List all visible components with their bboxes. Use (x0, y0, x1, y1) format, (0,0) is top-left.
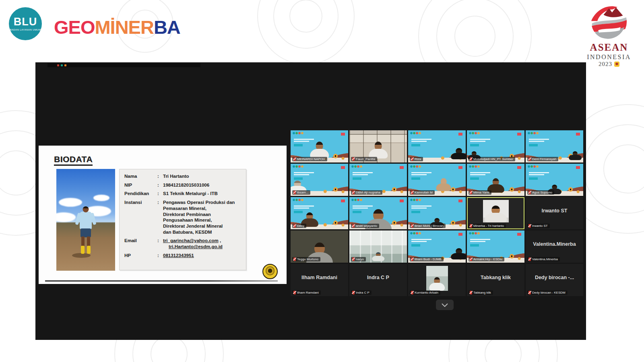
chevron-down-icon (442, 303, 448, 307)
participant-tile[interactable]: Brian Mohi | Birocan (408, 197, 466, 229)
participant-tile[interactable]: Agus Supomo (526, 164, 583, 196)
mic-muted-icon (352, 291, 355, 294)
participant-name-tag: Kamrullah M (410, 190, 435, 195)
participant-tile[interactable]: Musmuljadi HN_PT Sumber (467, 130, 524, 162)
participant-name-tag: Musmuljadi HN_PT Sumber (469, 157, 515, 161)
blu-logo: BLU BADAN LAYANAN UMUM (9, 7, 42, 40)
mic-muted-icon (528, 191, 531, 194)
mic-muted-icon (411, 257, 413, 261)
field-row-email: Email : tri_garincha@yahoo.com ,tri.Hart… (124, 238, 242, 249)
participant-silhouette (312, 142, 327, 158)
participant-silhouette (438, 178, 449, 191)
participant-tile[interactable]: Desy (291, 197, 348, 229)
field-label: Pendidikan (124, 191, 157, 197)
participant-name-label: Mirna Yanti (473, 191, 489, 194)
participant-name-label: Brian Mohi | Birocan (415, 224, 444, 228)
mic-muted-icon (411, 157, 413, 161)
participant-tile[interactable]: Teggu Murtono (291, 230, 348, 263)
participant-name-label: Tabkang klik (473, 291, 491, 294)
participant-center-name: Ilham Ramdani (291, 264, 348, 291)
participant-tile[interactable]: Ibsam... (291, 164, 348, 196)
field-row-nip: NIP : 198412182015031006 (124, 182, 242, 188)
mic-muted-icon (293, 291, 296, 294)
cloud (93, 195, 109, 201)
asean-emblem-icon (614, 62, 619, 67)
participant-silhouette (453, 248, 465, 259)
participant-name-label: DBM-Aji nugraha (356, 191, 380, 194)
page: { "header": { "blu": { "acronym": "BLU",… (0, 0, 644, 362)
participant-name-tag: Deni Firmansyah (527, 157, 558, 161)
window-dot-red (57, 64, 59, 66)
participant-mini-video (426, 266, 448, 291)
participant-tile[interactable]: Valentina.MinerbaValentina.Minerba (526, 230, 583, 263)
participant-name-tag: Minerba - Tri hartanto (469, 224, 506, 228)
email-link-2[interactable]: tri.Hartanto@esdm.go.id (169, 244, 242, 250)
participant-tile[interactable]: Irwanto STIrwanto ST (526, 197, 583, 229)
participant-tile[interactable]: Mirna Yanti (467, 164, 524, 196)
participant-tile[interactable]: Ilham Budi - DJMB (408, 230, 466, 263)
participant-tile[interactable]: Minerba - Tri hartanto (467, 197, 524, 229)
participant-tile[interactable]: Riza (408, 130, 466, 162)
participant-name-tag: Ibsam... (292, 190, 310, 195)
participant-tile[interactable]: naryo (349, 230, 407, 263)
field-value: 081312343951 (163, 253, 242, 259)
participant-name-label: andri wijayanto (356, 224, 377, 228)
mic-muted-icon (352, 191, 355, 194)
brand-geo: GEO (54, 16, 95, 38)
mic-muted-icon (352, 157, 355, 161)
participant-tile[interactable]: Indra C PIndra C P (349, 264, 407, 296)
participant-name-tag: Ilham Budi - DJMB (410, 257, 444, 261)
participant-silhouette (570, 151, 580, 160)
slide-title: BIODATA (54, 154, 93, 166)
participant-name-label: Dedy birocan - KESDM (532, 291, 566, 294)
participant-tile[interactable]: Kamrullah M (408, 164, 466, 196)
participant-name-label: Valentina.Minerba (532, 257, 558, 261)
participant-tile[interactable]: Dedy birocan -...Dedy birocan - KESDM (526, 264, 583, 296)
participant-name-label: Teggu Murtono (297, 257, 318, 261)
biodata-slide: BIODATA Nama : Tri Hartanto NIP (39, 146, 287, 284)
participant-tile[interactable]: andri wijayanto (349, 197, 407, 229)
window-dot-teal (61, 64, 63, 66)
expand-participants-button[interactable] (436, 300, 454, 310)
blu-subtitle: BADAN LAYANAN UMUM (10, 29, 41, 31)
participant-tile[interactable]: Fauzi_Panitia (349, 130, 407, 162)
participant-name-label: naryo (356, 257, 364, 261)
participant-tile[interactable]: Armaini.Hrp - ESDM (467, 230, 524, 263)
participant-name-tag: DBM-Aji nugraha (351, 190, 382, 195)
participant-name-label: Armaini.Hrp - ESDM (473, 257, 502, 261)
field-label: HP (124, 253, 157, 259)
email-link-1[interactable]: tri_garincha@yahoo.com (163, 238, 219, 243)
participant-tile[interactable]: Deni Firmansyah (526, 130, 583, 162)
geominerba-logo: GEOMİNERBA (54, 16, 180, 38)
field-label: Nama (124, 173, 157, 179)
participant-name-label: Irwanto ST (532, 224, 548, 228)
field-row-instansi: Instansi : Pengawas Operasi Produksi dan… (124, 200, 242, 235)
mic-muted-icon (293, 257, 296, 261)
participant-name-tag: Indra C P (351, 290, 372, 295)
participant-name-label: Deni Firmansyah (532, 157, 556, 161)
participant-name-tag: andri wijayanto (351, 224, 379, 228)
participant-name-label: Indra C P (356, 291, 369, 294)
participant-profile-photo (483, 200, 509, 222)
participant-name-label: Ilham Ramdani (297, 291, 319, 294)
asean-year: 2023 (599, 61, 612, 68)
participant-name-tag: Fauzi_Panitia (351, 157, 377, 161)
mic-muted-icon (352, 257, 355, 261)
indonesia-text: INDONESIA (587, 53, 631, 61)
mic-muted-icon (411, 291, 413, 294)
participant-tile[interactable]: Tabkang klikTabkang klik (467, 264, 524, 296)
mic-muted-icon (411, 224, 413, 228)
mic-muted-icon (528, 224, 531, 228)
field-row-pendidikan: Pendidikan : S1 Teknik Metalurgi - ITB (124, 191, 242, 197)
field-label: NIP (124, 182, 157, 188)
field-row-nama: Nama : Tri Hartanto (124, 173, 242, 179)
participant-name-label: MEINARDI NAPOH (297, 157, 325, 161)
cloud (59, 198, 82, 207)
participant-tile[interactable]: MEINARDI NAPOH (291, 130, 348, 162)
participant-tile[interactable]: DBM-Aji nugraha (349, 164, 407, 196)
participant-tile[interactable]: Kurnianto Arbain (408, 264, 466, 296)
participant-name-label: Fauzi_Panitia (356, 157, 375, 161)
participant-tile[interactable]: Ilham RamdaniIlham Ramdani (291, 264, 348, 296)
participant-name-tag: Teggu Murtono (292, 257, 320, 261)
participant-name-tag: Irwanto ST (527, 224, 550, 228)
